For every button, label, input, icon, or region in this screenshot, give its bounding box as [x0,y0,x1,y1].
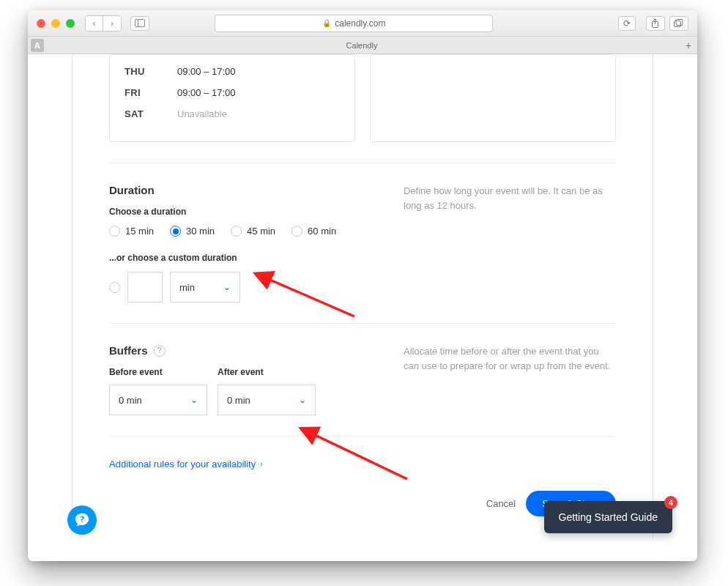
duration-option-label: 60 min [308,226,336,237]
nav-buttons: ‹ › [85,15,122,31]
new-tab-button[interactable]: + [680,40,697,51]
titlebar: ‹ › 🔒 calendly.com ⟳ [28,10,697,37]
browser-window: ‹ › 🔒 calendly.com ⟳ A Calendly + [28,10,697,561]
custom-duration-label: ...or choose a custom duration [109,253,385,263]
availability-day-row: SATUnavailable [125,103,340,125]
svg-rect-0 [135,20,145,27]
availability-day-row: THU09:00 – 17:00 [125,61,340,82]
duration-option-label: 30 min [186,226,215,237]
share-button[interactable] [646,16,665,31]
footer-actions: Cancel Save & Close [109,491,616,516]
tabs-button[interactable] [669,16,688,31]
close-window-button[interactable] [37,19,45,28]
day-label: SAT [125,108,177,119]
custom-duration-radio[interactable] [109,282,120,293]
secondary-card [370,54,616,142]
day-time: 09:00 – 17:00 [177,87,236,98]
radio-button[interactable] [291,226,302,237]
window-controls [37,19,75,28]
duration-section: Duration Choose a duration 15 min30 min4… [109,184,616,303]
svg-rect-4 [676,20,683,26]
url-text: calendly.com [335,18,385,29]
tabs-icon [674,19,683,27]
lock-icon: 🔒 [322,19,331,27]
help-chat-button[interactable] [67,505,97,535]
duration-option-label: 45 min [247,226,275,237]
tab-bar: A Calendly + [28,37,697,54]
maximize-window-button[interactable] [66,19,75,28]
buffers-heading: Buffers ? [109,344,385,357]
divider [109,323,616,324]
help-icon[interactable]: ? [154,345,166,357]
page-viewport: THU09:00 – 17:00FRI09:00 – 17:00SATUnava… [28,54,697,561]
back-button[interactable]: ‹ [86,16,103,31]
additional-rules-row: Additional rules for your availability › [109,457,616,470]
buffers-section: Buffers ? Before event 0 min ⌄ [109,344,616,415]
tab-title[interactable]: Calendly [44,41,680,50]
before-event-select[interactable]: 0 min ⌄ [109,385,207,415]
sidebar-toggle-button[interactable] [130,16,149,31]
share-icon [651,18,659,28]
day-label: THU [125,66,177,77]
sidebar-icon [135,19,145,27]
choose-duration-label: Choose a duration [109,207,385,217]
day-time: 09:00 – 17:00 [177,66,236,77]
custom-duration-unit-select[interactable]: min ⌄ [170,272,240,303]
radio-button[interactable] [231,226,242,237]
svg-rect-3 [675,21,681,27]
cancel-button[interactable]: Cancel [486,498,516,509]
radio-button[interactable] [170,226,181,237]
duration-description: Define how long your event will be. It c… [404,184,616,303]
forward-button[interactable]: › [103,16,121,31]
duration-option[interactable]: 60 min [291,226,336,237]
divider [109,163,616,163]
radio-button[interactable] [109,226,120,237]
availability-row: THU09:00 – 17:00FRI09:00 – 17:00SATUnava… [109,54,616,142]
after-event-label: After event [218,367,316,377]
chat-question-icon [74,512,90,528]
pinned-tab[interactable]: A [31,39,44,52]
custom-duration-row: min ⌄ [109,272,385,303]
custom-duration-input[interactable] [127,272,163,303]
minimize-window-button[interactable] [51,19,60,28]
duration-option[interactable]: 15 min [109,226,154,237]
chevron-down-icon: ⌄ [190,395,198,405]
guide-badge: 4 [664,496,677,509]
day-time: Unavailable [177,108,227,119]
day-label: FRI [125,87,177,98]
address-bar[interactable]: 🔒 calendly.com [215,15,493,32]
weekly-hours-card: THU09:00 – 17:00FRI09:00 – 17:00SATUnava… [109,54,355,142]
availability-day-row: FRI09:00 – 17:00 [125,82,340,103]
chevron-down-icon: ⌄ [223,282,231,292]
duration-radio-group: 15 min30 min45 min60 min [109,226,385,237]
additional-rules-link[interactable]: Additional rules for your availability › [109,459,263,470]
divider [109,436,616,437]
duration-option[interactable]: 45 min [231,226,275,237]
duration-heading: Duration [109,184,385,196]
after-event-select[interactable]: 0 min ⌄ [218,385,316,415]
getting-started-guide-button[interactable]: Getting Started Guide 4 [544,501,672,533]
chevron-down-icon: ⌄ [299,395,306,405]
before-event-label: Before event [109,367,207,377]
chevron-right-icon: › [260,460,262,468]
duration-option-label: 15 min [125,226,154,237]
buffers-description: Allocate time before or after the event … [404,344,616,415]
reload-button[interactable]: ⟳ [618,16,636,31]
duration-option[interactable]: 30 min [170,226,215,237]
